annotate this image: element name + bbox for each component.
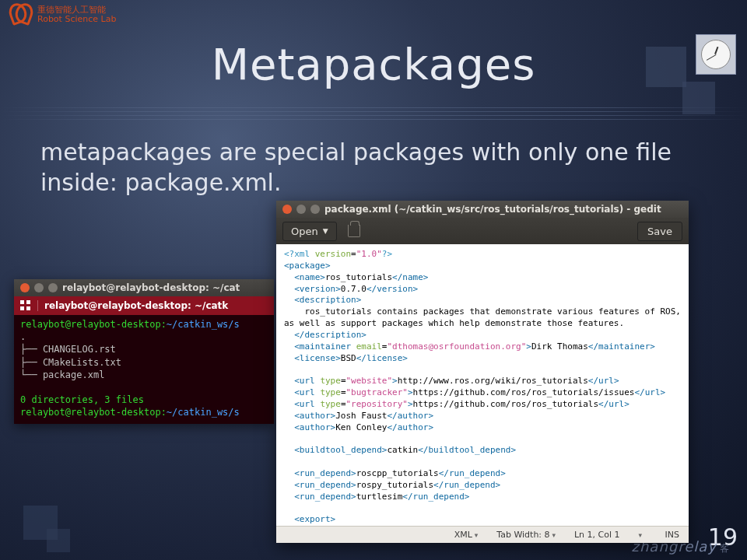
- tab-grid-icon[interactable]: [20, 300, 31, 311]
- gedit-window-title: package.xml (~/catkin_ws/src/ros_tutoria…: [324, 204, 661, 215]
- maximize-icon[interactable]: [48, 283, 58, 292]
- slide-title: Metapackages: [0, 39, 747, 89]
- gedit-titlebar[interactable]: package.xml (~/catkin_ws/src/ros_tutoria…: [276, 201, 689, 218]
- minimize-icon[interactable]: [296, 205, 306, 214]
- terminal-tabbar[interactable]: relaybot@relaybot-desktop: ~/catk: [14, 296, 274, 315]
- gedit-statusbar: XML Tab Width: 8 Ln 1, Col 1 INS: [276, 526, 689, 543]
- close-icon[interactable]: [282, 205, 292, 214]
- terminal-titlebar[interactable]: relaybot@relaybot-desktop: ~/cat: [14, 279, 274, 296]
- gedit-toolbar: Open ▼ Save: [276, 218, 689, 244]
- save-button-label: Save: [647, 226, 672, 237]
- status-dropdown-icon[interactable]: [639, 530, 647, 540]
- logo-mark-icon: [9, 3, 33, 26]
- chevron-down-icon: ▼: [323, 227, 328, 235]
- decorative-ridges: [0, 107, 747, 123]
- terminal-window-title: relaybot@relaybot-desktop: ~/cat: [62, 282, 240, 293]
- close-icon[interactable]: [20, 283, 30, 292]
- terminal-window: relaybot@relaybot-desktop: ~/cat relaybo…: [14, 279, 274, 424]
- slide-body: metapackages are special packages with o…: [40, 137, 707, 198]
- status-language[interactable]: XML: [454, 530, 479, 540]
- save-button[interactable]: Save: [637, 222, 682, 241]
- status-tabwidth[interactable]: Tab Width: 8: [496, 530, 556, 540]
- new-tab-icon[interactable]: [348, 225, 360, 237]
- minimize-icon[interactable]: [34, 283, 44, 292]
- terminal-body[interactable]: relaybot@relaybot-desktop:~/catkin_ws/s …: [14, 315, 274, 424]
- gedit-editor[interactable]: <?xml version="1.0"?> <package> <name>ro…: [276, 244, 689, 526]
- logo: 重德智能人工智能 Robot Science Lab: [9, 3, 116, 26]
- logo-line2: Robot Science Lab: [37, 15, 116, 24]
- maximize-icon[interactable]: [310, 205, 320, 214]
- status-insert-mode: INS: [665, 530, 679, 540]
- status-cursor-position: Ln 1, Col 1: [574, 530, 620, 540]
- gedit-window: package.xml (~/catkin_ws/src/ros_tutoria…: [276, 201, 689, 543]
- open-button[interactable]: Open ▼: [282, 222, 337, 241]
- terminal-tab-title: relaybot@relaybot-desktop: ~/catk: [44, 300, 228, 311]
- open-button-label: Open: [291, 226, 318, 237]
